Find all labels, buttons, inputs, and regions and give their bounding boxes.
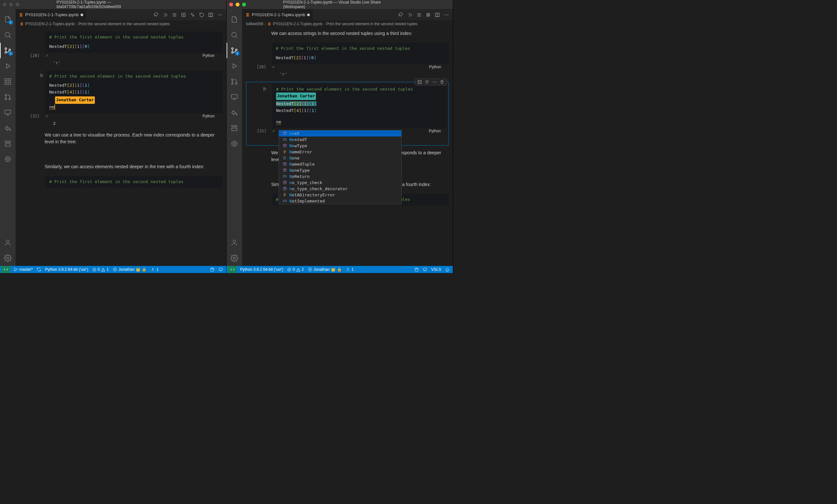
extensions-icon[interactable] [0, 74, 16, 89]
bookmarks-icon[interactable] [227, 120, 242, 136]
svg-point-56 [268, 23, 271, 24]
branch-indicator[interactable]: master* [12, 266, 35, 273]
svg-point-61 [435, 82, 436, 82]
source-control-icon[interactable]: 1 [0, 43, 16, 58]
variables-icon[interactable] [181, 12, 186, 17]
cell-more-icon[interactable] [432, 79, 437, 85]
explorer-icon[interactable]: 1 [0, 12, 16, 27]
bookmarks-icon[interactable] [0, 136, 16, 151]
notebook[interactable]: We can access strings in the second nest… [242, 28, 453, 266]
more-icon[interactable] [444, 12, 449, 17]
typed-text: ne [276, 119, 281, 124]
problems-indicator[interactable]: 0 1 [90, 266, 111, 273]
liveshare-status[interactable]: Jonathan 👑 🔒 [111, 266, 148, 273]
notebook[interactable]: # Print the first element in the second … [16, 28, 226, 266]
kernel-icon[interactable] [426, 12, 431, 17]
python-env[interactable]: Python 3.8.2 64-bit ('usr') [43, 266, 90, 273]
explorer-icon[interactable] [227, 12, 242, 27]
file-tab[interactable]: PY0101EN-2-1-Tuples.ipynb [242, 9, 313, 20]
split-icon[interactable] [435, 12, 440, 17]
feedback-icon[interactable] [421, 266, 429, 273]
liveshare-status[interactable]: Jonathan 👑 🔒 [306, 266, 344, 273]
suggest-item[interactable]: NamedTuple [279, 161, 402, 167]
suggest-item[interactable]: None [279, 155, 402, 161]
breadcrumbs[interactable]: b48ee059 › PY0101EN-2-1-Tuples.ipynb › P… [242, 20, 453, 28]
split-icon[interactable] [208, 12, 213, 17]
suggest-item[interactable]: NameError [279, 149, 402, 155]
remote-indicator[interactable] [228, 266, 237, 273]
search-icon[interactable] [227, 27, 242, 43]
restart-icon[interactable] [199, 12, 204, 17]
sync-button[interactable] [35, 266, 43, 273]
vsls-label[interactable]: VSLS [429, 266, 443, 273]
code-cell[interactable]: # Print the first element in the second … [19, 176, 222, 188]
feedback-icon[interactable] [216, 266, 225, 273]
cell-delete-icon[interactable] [440, 79, 444, 85]
cell-split-icon[interactable] [417, 79, 422, 85]
code-cell[interactable]: # Print the first element in the second … [246, 43, 449, 78]
pin-icon[interactable] [398, 12, 404, 17]
clear-all-icon[interactable] [172, 12, 177, 17]
suggest-item[interactable]: no_type_check_decorator [279, 186, 402, 192]
suggest-item[interactable]: NotImplemented [279, 198, 402, 204]
language-label[interactable]: Python [202, 53, 218, 58]
search-icon[interactable] [0, 27, 16, 43]
run-debug-icon[interactable] [227, 58, 242, 74]
maximize-button[interactable] [16, 3, 19, 6]
notifications-icon[interactable] [443, 266, 451, 273]
suggest-item[interactable]: NoneType [279, 167, 402, 174]
minimize-button[interactable] [236, 3, 239, 6]
language-label[interactable]: Python [429, 65, 445, 69]
liveshare-icon[interactable] [227, 105, 242, 120]
settings-gear-icon[interactable] [0, 250, 16, 266]
minimize-button[interactable] [9, 3, 13, 6]
accounts-icon[interactable] [0, 235, 16, 250]
remote-indicator[interactable] [1, 266, 10, 273]
suggest-item[interactable]: next [279, 130, 402, 137]
pin-icon[interactable] [154, 12, 159, 17]
run-cell-icon[interactable] [263, 87, 267, 91]
code-cell[interactable]: # Print the second element in the second… [19, 71, 222, 128]
suggest-label: NotImplemented [289, 199, 325, 203]
language-label[interactable]: Python [202, 114, 218, 119]
code-cell[interactable]: # Print the first element in the second … [19, 31, 222, 67]
run-all-icon[interactable] [408, 12, 413, 17]
accounts-icon[interactable] [227, 235, 242, 250]
participants-count[interactable]: 1 [148, 266, 161, 273]
file-tab[interactable]: PY0101EN-2-1-Tuples.ipynb [16, 9, 86, 20]
run-debug-icon[interactable] [0, 58, 16, 74]
suggest-item[interactable]: NewType [279, 143, 402, 149]
breadcrumbs[interactable]: PY0101EN-2-1-Tuples.ipynb › Print the se… [16, 20, 226, 28]
close-button[interactable] [3, 3, 6, 6]
suggest-item[interactable]: NotADirectoryError [279, 192, 402, 198]
more-icon[interactable] [217, 12, 222, 17]
kernel-icon[interactable] [190, 12, 195, 17]
code-cell-active[interactable]: # Print the second element in the second… [246, 82, 449, 146]
calendar-icon[interactable] [412, 266, 421, 273]
github-pr-icon[interactable] [0, 89, 16, 105]
suggest-item[interactable]: NestedT [279, 137, 402, 143]
github-pr-icon[interactable] [227, 74, 242, 89]
python-env[interactable]: Python 3.8.2 64-bit ('usr') [238, 266, 285, 273]
cell-lines-icon[interactable] [425, 79, 429, 85]
gitlens-icon[interactable] [227, 136, 242, 151]
suggest-item[interactable]: no_type_check [279, 180, 402, 186]
run-all-icon[interactable] [163, 12, 168, 17]
calendar-icon[interactable] [208, 266, 216, 273]
close-button[interactable] [229, 3, 233, 6]
language-label[interactable]: Python [429, 129, 445, 133]
remote-explorer-icon[interactable] [227, 89, 242, 105]
autocomplete-popup[interactable]: nextNestedTNewTypeNameErrorNoneNamedTupl… [279, 130, 402, 204]
liveshare-icon[interactable] [0, 120, 16, 136]
maximize-button[interactable] [242, 3, 246, 6]
gitlens-icon[interactable] [0, 151, 16, 167]
settings-gear-icon[interactable] [227, 250, 242, 266]
source-control-icon[interactable]: 1 [227, 43, 242, 58]
remote-explorer-icon[interactable] [0, 105, 16, 120]
clear-all-icon[interactable] [416, 12, 422, 17]
suggest-item[interactable]: NoReturn [279, 174, 402, 180]
participants-count[interactable]: 1 [344, 266, 356, 273]
run-cell-icon[interactable] [39, 73, 44, 78]
svg-point-3 [9, 49, 11, 51]
problems-indicator[interactable]: 0 2 [285, 266, 305, 273]
